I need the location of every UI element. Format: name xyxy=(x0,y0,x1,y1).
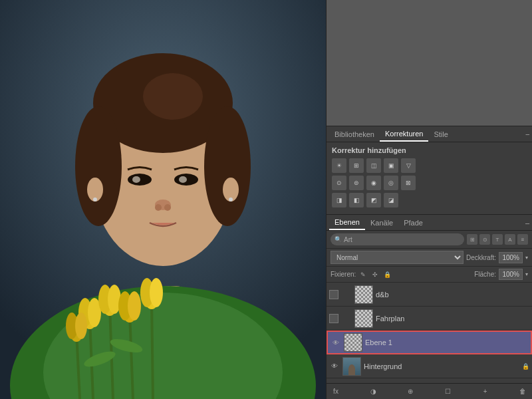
layer-db-thumbnail xyxy=(354,285,373,304)
colorbalance-icon[interactable]: ◉ xyxy=(366,176,381,190)
layer-ebene1-name: Ebene 1 xyxy=(365,338,528,346)
canvas-area xyxy=(0,0,326,399)
group-button[interactable]: ☐ xyxy=(443,386,454,397)
tab-pfade[interactable]: Pfade xyxy=(398,216,428,229)
corrections-icon-row-3: ◨ ◧ ◩ ◪ xyxy=(332,193,527,207)
layer-item-ebene1[interactable]: 👁 Ebene 1 xyxy=(327,331,532,354)
layer-hintergrund-lock: 🔒 xyxy=(522,363,529,370)
fix-draw-icon[interactable]: ✎ xyxy=(358,270,368,279)
selectivecolor-icon[interactable]: ◪ xyxy=(384,193,398,207)
right-panel: Bibliotheken Korrekturen Stile – Korrekt… xyxy=(326,0,532,399)
layer-fahrplan-eye[interactable] xyxy=(341,313,352,324)
posterize-icon[interactable]: ◧ xyxy=(349,193,364,207)
fix-lock-icon[interactable]: 🔒 xyxy=(382,270,392,279)
layer-db-eye[interactable] xyxy=(341,289,352,300)
tab-kanale[interactable]: Kanäle xyxy=(365,216,398,229)
layer-hintergrund-thumbnail xyxy=(342,357,361,376)
layer-db-checkbox[interactable] xyxy=(329,290,338,299)
layer-item-hintergrund[interactable]: 👁 Hintergrund 🔒 xyxy=(327,354,532,378)
layer-fahrplan-thumbnail xyxy=(354,309,373,328)
adjustment-button[interactable]: ⊕ xyxy=(405,386,416,397)
fix-move-icon[interactable]: ✣ xyxy=(370,270,380,279)
svg-point-38 xyxy=(128,291,141,321)
blend-row: Normal Multiplizieren Negativ multiplizi… xyxy=(327,249,532,267)
flache-arrow[interactable]: ▾ xyxy=(525,271,528,277)
svg-point-15 xyxy=(155,204,162,211)
bottom-toolbar: fx ◑ ⊕ ☐ + 🗑 xyxy=(327,383,532,399)
opacity-value[interactable]: 100% xyxy=(499,252,523,263)
invert-icon[interactable]: ◨ xyxy=(332,193,346,207)
brightness-icon[interactable]: ☀ xyxy=(332,158,346,173)
fix-label: Fixieren: xyxy=(331,271,356,278)
search-box[interactable]: 🔍 Art xyxy=(331,233,464,245)
layer-fahrplan-checkbox[interactable] xyxy=(329,314,338,323)
layers-list: d&b Fahrplan 👁 Ebene 1 👁 Hintergrund xyxy=(327,283,532,383)
svg-point-8 xyxy=(204,106,251,226)
filter-icon-circle[interactable]: ⊙ xyxy=(479,234,490,245)
new-layer-button[interactable]: + xyxy=(480,386,491,397)
layers-tabs-row: Ebenen Kanäle Pfade – xyxy=(327,215,532,231)
svg-point-20 xyxy=(229,198,233,201)
layer-item-fahrplan[interactable]: Fahrplan xyxy=(327,307,532,331)
opacity-arrow[interactable]: ▾ xyxy=(525,255,528,261)
svg-point-41 xyxy=(150,278,163,307)
svg-line-26 xyxy=(152,299,153,399)
mask-button[interactable]: ◑ xyxy=(368,386,378,397)
layer-ebene1-eye[interactable]: 👁 xyxy=(331,337,341,348)
delete-layer-button[interactable]: 🗑 xyxy=(517,386,528,397)
search-text: Art xyxy=(344,236,352,243)
flache-value[interactable]: 100% xyxy=(499,269,523,280)
layer-fahrplan-name: Fahrplan xyxy=(376,315,529,323)
corrections-collapse[interactable]: – xyxy=(525,130,529,138)
svg-point-12 xyxy=(132,176,140,183)
filter-icon-grid[interactable]: ⊞ xyxy=(467,234,477,245)
threshold-icon[interactable]: ◩ xyxy=(366,193,381,207)
vibrance-icon[interactable]: ⊙ xyxy=(332,176,346,190)
exposure-icon[interactable]: ▣ xyxy=(384,158,398,173)
tab-korrekturen[interactable]: Korrekturen xyxy=(380,127,428,142)
svg-point-9 xyxy=(143,73,203,120)
flache-label: Fläche: xyxy=(474,271,496,278)
corrections-panel: Korrektur hinzufügen ☀ ⊞ ◫ ▣ ▽ ⊙ ⊜ ◉ ◎ ⊠… xyxy=(327,142,532,215)
svg-point-44 xyxy=(75,313,87,339)
tab-bibliotheken[interactable]: Bibliotheken xyxy=(329,128,380,141)
corrections-title: Korrektur hinzufügen xyxy=(332,146,527,154)
search-icon: 🔍 xyxy=(334,236,342,243)
tab-stile[interactable]: Stile xyxy=(428,128,453,141)
layer-db-name: d&b xyxy=(376,291,529,299)
bw-icon[interactable]: ◎ xyxy=(384,176,398,190)
filter-row: 🔍 Art ⊞ ⊙ T A ≡ xyxy=(327,231,532,249)
layer-hintergrund-eye[interactable]: 👁 xyxy=(329,361,340,372)
filter-icon-adjust[interactable]: A xyxy=(505,234,515,245)
opacity-label: Deckkraft: xyxy=(466,254,496,261)
blend-mode-select[interactable]: Normal Multiplizieren Negativ multiplizi… xyxy=(331,251,464,264)
svg-point-19 xyxy=(93,198,97,201)
hsl-icon[interactable]: ⊜ xyxy=(349,176,364,190)
fix-row: Fixieren: ✎ ✣ 🔒 Fläche: 100% ▾ xyxy=(327,267,532,283)
layer-hintergrund-name: Hintergrund xyxy=(364,362,519,370)
layers-collapse[interactable]: – xyxy=(525,219,529,227)
layer-item-db[interactable]: d&b xyxy=(327,283,532,307)
fx-button[interactable]: fx xyxy=(331,386,341,397)
top-gray-area xyxy=(327,0,532,126)
corrections-tabs-row: Bibliotheken Korrekturen Stile – xyxy=(327,126,532,142)
channelmix-icon[interactable]: ⊠ xyxy=(401,176,416,190)
corrections-icon-row-2: ⊙ ⊜ ◉ ◎ ⊠ xyxy=(332,176,527,190)
layer-ebene1-thumbnail xyxy=(344,333,362,352)
filter-icon-menu[interactable]: ≡ xyxy=(517,234,528,245)
corrections-icon-row-1: ☀ ⊞ ◫ ▣ ▽ xyxy=(332,158,527,173)
svg-point-13 xyxy=(179,176,187,183)
tab-ebenen[interactable]: Ebenen xyxy=(329,215,365,230)
svg-point-7 xyxy=(75,106,122,226)
svg-point-16 xyxy=(164,204,171,211)
levels-icon[interactable]: ⊞ xyxy=(349,158,364,173)
filter-icon-text[interactable]: T xyxy=(492,234,503,245)
curves-icon[interactable]: ◫ xyxy=(366,158,381,173)
gradient-icon[interactable]: ▽ xyxy=(401,158,416,173)
filter-icons: ⊞ ⊙ T A ≡ xyxy=(467,234,528,245)
